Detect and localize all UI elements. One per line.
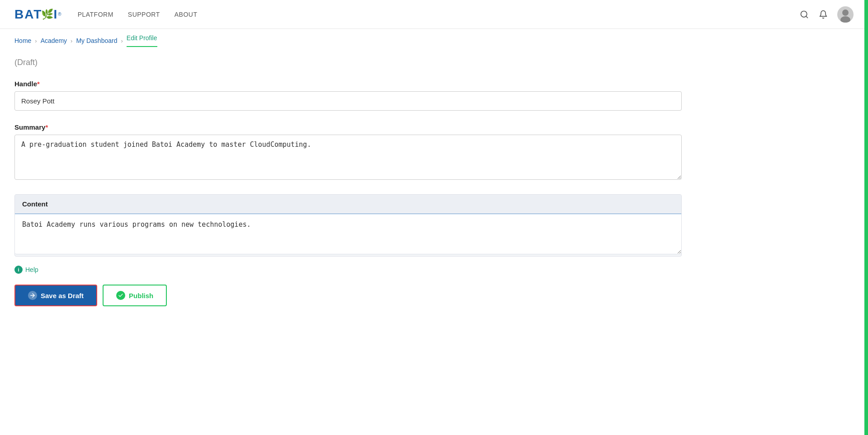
right-accent-bar (864, 0, 868, 324)
svg-point-2 (842, 9, 849, 16)
publish-button[interactable]: Publish (103, 285, 167, 306)
main-nav: PLATFORM SUPPORT ABOUT (78, 11, 198, 18)
breadcrumb-current: Edit Profile (127, 34, 157, 47)
logo-text-i: I (53, 7, 58, 22)
action-buttons: Save as Draft Publish (14, 285, 682, 306)
main-header: BAT 🌿 I ® PLATFORM SUPPORT ABOUT (0, 0, 868, 29)
summary-required: * (45, 123, 48, 131)
nav-support[interactable]: SUPPORT (128, 11, 160, 18)
save-draft-icon (28, 291, 37, 300)
content-section: Content Batoi Academy runs various progr… (14, 194, 682, 257)
publish-icon (116, 291, 125, 300)
summary-textarea[interactable]: A pre-graduation student joined Batoi Ac… (14, 135, 682, 180)
handle-input[interactable] (14, 91, 682, 111)
handle-required: * (37, 80, 40, 88)
logo-text: BAT (14, 7, 42, 22)
help-link[interactable]: i Help (14, 266, 682, 274)
content-textarea[interactable]: Batoi Academy runs various programs on n… (15, 214, 681, 254)
summary-label: Summary* (14, 123, 682, 131)
breadcrumb-dashboard[interactable]: My Dashboard (76, 37, 117, 44)
breadcrumb-sep-2: › (71, 37, 72, 44)
logo-leaf-icon: 🌿 (41, 9, 53, 20)
user-avatar[interactable] (837, 6, 854, 23)
publish-label: Publish (129, 292, 153, 299)
breadcrumb-academy[interactable]: Academy (41, 37, 67, 44)
breadcrumb-sep-1: › (35, 37, 37, 44)
save-draft-button[interactable]: Save as Draft (14, 285, 97, 306)
breadcrumb-home[interactable]: Home (14, 37, 31, 44)
breadcrumb-sep-3: › (121, 37, 123, 44)
handle-label: Handle* (14, 80, 682, 88)
handle-field-group: Handle* (14, 80, 682, 111)
help-label: Help (25, 266, 38, 273)
draft-status: (Draft) (14, 58, 682, 67)
svg-point-3 (840, 16, 850, 23)
header-left: BAT 🌿 I ® PLATFORM SUPPORT ABOUT (14, 7, 198, 22)
breadcrumb: Home › Academy › My Dashboard › Edit Pro… (0, 29, 868, 47)
help-icon: i (14, 266, 23, 274)
search-icon[interactable] (799, 9, 809, 19)
save-draft-label: Save as Draft (41, 292, 84, 299)
summary-field-group: Summary* A pre-graduation student joined… (14, 123, 682, 182)
logo[interactable]: BAT 🌿 I ® (14, 7, 61, 22)
notification-icon[interactable] (818, 9, 828, 19)
header-right (799, 6, 854, 23)
content-section-header: Content (15, 195, 681, 214)
nav-platform[interactable]: PLATFORM (78, 11, 113, 18)
svg-line-1 (806, 16, 808, 18)
logo-reg: ® (58, 12, 61, 17)
nav-about[interactable]: ABOUT (175, 11, 198, 18)
main-content: (Draft) Handle* Summary* A pre-graduatio… (0, 47, 696, 324)
